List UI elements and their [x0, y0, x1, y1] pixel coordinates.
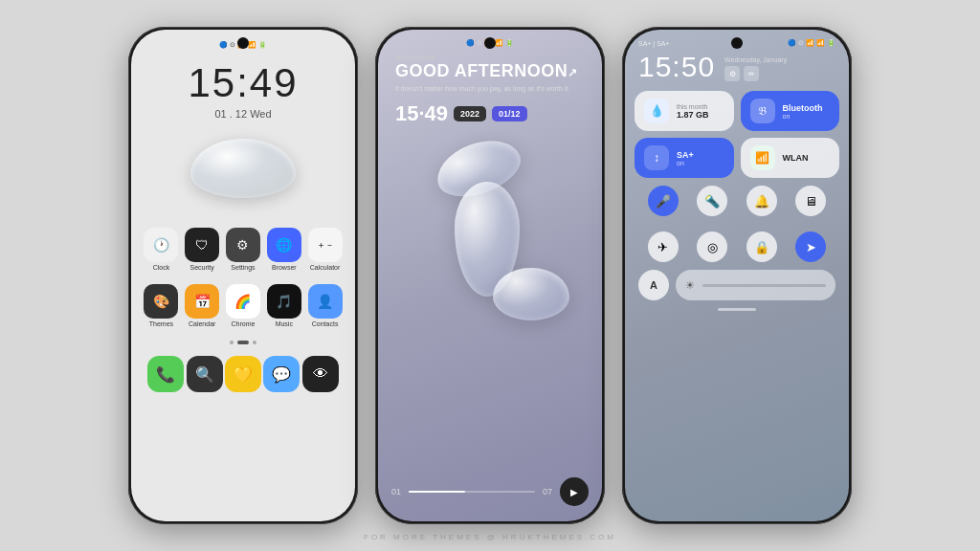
sa-tile-sub: on [677, 160, 694, 166]
dock-search[interactable]: 🔍 [187, 356, 223, 392]
app-grid-1: 🕐 Clock 🛡 Security ⚙ Settings 🌐 Browser [131, 228, 355, 327]
settings-ci[interactable]: ⚙ [724, 66, 740, 81]
app-themes-icon: 🎨 [144, 284, 178, 319]
app-music-icon: 🎵 [267, 284, 301, 319]
time-row-2: 15·49 2022 01/12 [378, 94, 602, 126]
app-chrome[interactable]: 🌈 Chrome [226, 284, 260, 327]
app-security[interactable]: 🛡 Security [185, 228, 219, 271]
dot-3 [253, 341, 256, 344]
app-browser[interactable]: 🌐 Browser [267, 228, 301, 271]
app-settings-icon: ⚙ [226, 228, 260, 262]
location-btn[interactable]: ➤ [795, 231, 826, 262]
data-tile-text: this month 1.87 GB [677, 103, 709, 120]
sa-tile[interactable]: ↕ SA+ on [635, 138, 734, 178]
date-col-3: Wednesday, January ⚙ ✏ [724, 51, 787, 81]
brightness-track [702, 284, 826, 287]
mic-btn[interactable]: 🎤 [648, 186, 679, 216]
bt-tile-label: Bluetooth [783, 103, 823, 113]
bluetooth-icon: 𝔅 [750, 99, 775, 123]
phone-2: 🔵 ⊙ 📶 📶 🔋 Wednesday GOOD AFTERNOON↗ It d… [375, 27, 605, 524]
data-tile-label: this month [677, 103, 709, 110]
a-btn[interactable]: A [638, 270, 669, 300]
clock-time-3: 15:50 [638, 51, 715, 83]
app-browser-label: Browser [272, 264, 297, 271]
control-grid: 💧 this month 1.87 GB 𝔅 Bluetooth on [625, 83, 849, 178]
track-start: 01 [391, 487, 401, 496]
brightness-bar[interactable]: ☀ [676, 270, 835, 300]
edit-ci[interactable]: ✏ [744, 66, 759, 81]
airplane-btn[interactable]: ✈ [648, 231, 679, 262]
phone-3: SA+ | SA+ 🔵 ⊙ 📶 📶 🔋 15:50 Wednesday, Jan… [622, 27, 852, 524]
app-music[interactable]: 🎵 Music [267, 284, 301, 327]
wlan-tile-text: WLAN [783, 153, 809, 163]
punch-hole-2 [484, 37, 496, 49]
wlan-tile[interactable]: 📶 WLAN [741, 138, 840, 178]
waterdrop-decoration-1 [190, 139, 296, 201]
sub-text: It doesn't matter how much you pay, as l… [395, 84, 585, 94]
app-calculator-label: Calculator [310, 264, 341, 271]
app-themes-label: Themes [149, 320, 173, 327]
dock-messages[interactable]: 💬 [263, 356, 300, 392]
app-row-1: 🕐 Clock 🛡 Security ⚙ Settings 🌐 Browser [141, 228, 345, 271]
date-line-3: Wednesday, January [724, 56, 787, 63]
data-tile-value: 1.87 GB [677, 110, 709, 120]
status-left: SA+ | SA+ [638, 40, 670, 47]
icon-row-3: 🎤 🔦 🔔 🖥 [625, 178, 849, 216]
dot-1 [230, 341, 234, 344]
play-button[interactable]: ▶ [560, 477, 589, 506]
phone-1: 🔵 ⊙ 📶 📶 🔋 15:49 01 . 12 Wed 🕐 Clock 🛡 [128, 27, 358, 524]
sa-tile-icon: ↕ [644, 145, 669, 170]
app-contacts-label: Contacts [312, 320, 339, 327]
clock-row-3: 15:50 Wednesday, January ⚙ ✏ [625, 47, 849, 83]
date-icons-row: ⚙ ✏ [724, 66, 787, 81]
app-browser-icon: 🌐 [267, 228, 301, 262]
clock-time-1: 15:49 [131, 60, 355, 106]
dock-phone[interactable]: 📞 [147, 356, 184, 392]
brightness-icon: ☀ [685, 279, 695, 292]
app-row-2: 🎨 Themes 📅 Calendar 🌈 Chrome 🎵 Music [141, 284, 345, 327]
screen-btn[interactable]: 🖥 [795, 186, 826, 216]
app-clock[interactable]: 🕐 Clock [144, 228, 178, 271]
time-num-2: 15·49 [395, 101, 448, 126]
home-indicator-3 [718, 308, 756, 311]
lock-btn[interactable]: 🔒 [746, 231, 777, 262]
app-contacts-icon: 👤 [308, 284, 343, 319]
wlan-tile-label: WLAN [783, 153, 809, 163]
date-badge: 01/12 [492, 106, 527, 121]
page-dots-1 [131, 341, 355, 344]
bt-tile-sub: on [783, 113, 823, 120]
app-themes[interactable]: 🎨 Themes [144, 284, 178, 327]
progress-fill [409, 491, 465, 493]
data-tile-icon: 💧 [644, 99, 669, 123]
sa-tile-text: SA+ on [677, 150, 694, 166]
bottom-row-3: A ☀ [625, 262, 849, 300]
music-bar[interactable]: 01 07 ▶ [391, 477, 589, 506]
dot-2 [237, 341, 249, 344]
wlan-icon: 📶 [750, 145, 775, 170]
app-settings-label: Settings [231, 264, 255, 271]
app-contacts[interactable]: 👤 Contacts [308, 284, 343, 327]
bt-tile-text: Bluetooth on [783, 103, 823, 120]
app-calendar-icon: 📅 [185, 284, 219, 319]
app-security-icon: 🛡 [185, 228, 219, 262]
bell-btn[interactable]: 🔔 [746, 186, 777, 216]
nfc-btn[interactable]: ◎ [697, 231, 727, 262]
dock-eye[interactable]: 👁 [302, 356, 339, 392]
app-calculator[interactable]: ＋－ Calculator [308, 228, 343, 271]
status-icons-3: 🔵 ⊙ 📶 📶 🔋 [788, 39, 835, 47]
dock-1: 📞 🔍 💛 💬 👁 [131, 350, 355, 398]
flashlight-btn[interactable]: 🔦 [697, 186, 727, 216]
watermark: FOR MORE THEMES @ HRUKTHEMES.COM [0, 533, 980, 541]
progress-track[interactable] [409, 491, 535, 493]
bluetooth-tile[interactable]: 𝔅 Bluetooth on [741, 91, 840, 131]
clock-widget-1: 15:49 01 . 12 Wed [131, 60, 355, 120]
app-chrome-label: Chrome [232, 320, 256, 327]
app-settings[interactable]: ⚙ Settings [226, 228, 260, 271]
app-music-label: Music [276, 320, 293, 327]
punch-hole-1 [237, 37, 249, 49]
app-calendar-label: Calendar [189, 320, 215, 327]
app-calendar[interactable]: 📅 Calendar [185, 284, 219, 327]
track-end: 07 [543, 487, 552, 496]
dock-wallet[interactable]: 💛 [225, 356, 261, 392]
data-tile[interactable]: 💧 this month 1.87 GB [635, 91, 734, 131]
